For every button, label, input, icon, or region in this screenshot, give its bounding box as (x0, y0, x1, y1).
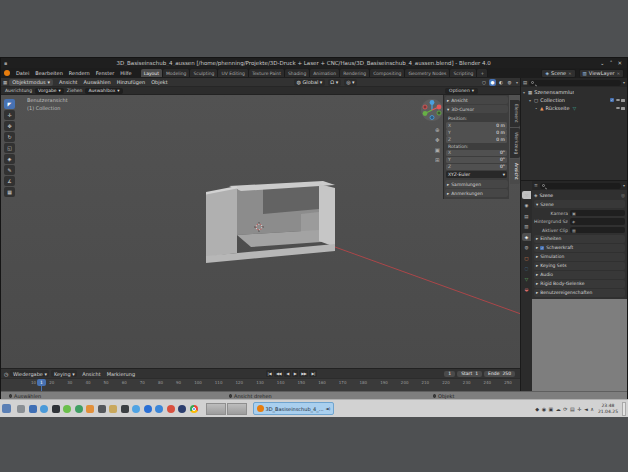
app-menu-icon[interactable] (2, 404, 11, 413)
workspace-tab[interactable]: Compositing (370, 69, 405, 77)
properties-search-input[interactable] (540, 183, 621, 189)
taskbar-app-icon[interactable] (155, 405, 163, 413)
outliner-row-collection[interactable]: ▾ ▢ Collection ✓ (521, 96, 627, 104)
gizmo-x-neg[interactable] (423, 105, 427, 109)
properties-tab[interactable]: ◉ (522, 202, 531, 210)
close-button[interactable]: ✕ (617, 60, 622, 66)
outliner-row-object[interactable]: • ▲ Rückseite ▽ (521, 104, 627, 112)
timeline-menu-item[interactable]: Markierung (104, 371, 138, 377)
workspace-tab[interactable]: Geometry Nodes (405, 69, 450, 77)
window-titlebar[interactable]: ▪ 3D_Basiseinschub_4_aussen [/home/phenn… (1, 58, 627, 68)
tray-icon[interactable]: ⟳ (563, 406, 567, 412)
number-field[interactable]: X 0° (446, 150, 507, 157)
workspace-tab[interactable]: Animation (310, 69, 340, 77)
frame-end-field[interactable]: Ende 250 (484, 371, 515, 377)
taskbar-app-icon[interactable] (17, 405, 25, 413)
properties-tab[interactable]: ◒ (522, 286, 531, 294)
viewport-menu-item[interactable]: Hinzufügen (114, 79, 148, 85)
gizmo-z-axis[interactable] (430, 100, 435, 105)
number-field[interactable]: Z 0° (446, 164, 507, 171)
workspace-tab[interactable]: + (477, 69, 488, 77)
workspace-tab[interactable]: Sculpting (190, 69, 218, 77)
gizmo-y-axis[interactable] (423, 111, 428, 116)
workspace-tab[interactable]: Texture Paint (249, 69, 285, 77)
editor-type-icon[interactable]: ▦ (3, 80, 7, 85)
panel-view-header[interactable]: ▸ Ansicht (445, 96, 508, 104)
taskbar-app-icon[interactable] (167, 405, 175, 413)
viewport-canvas[interactable]: Benutzeransicht (1) Collection ◤✛✥↻◱◈✎∡▦ (1, 95, 520, 368)
snap-dropdown[interactable]: Ω ▾ (328, 79, 341, 86)
orientation-dropdown[interactable]: ◍ Global ▾ (294, 79, 325, 86)
workspace-tab[interactable]: Shading (285, 69, 310, 77)
properties-tab[interactable]: ⚒ (522, 191, 531, 199)
properties-tab[interactable]: ◌ (522, 265, 531, 273)
sidebar-tab[interactable]: Werkzeug (510, 128, 520, 158)
taskbar-app-icon[interactable] (190, 405, 198, 413)
panel-header[interactable]: ▸ Keying Sets (534, 262, 625, 270)
unlink-scene-icon[interactable]: ✕ (568, 71, 571, 76)
panel-header[interactable]: ▸ Audio (534, 271, 625, 279)
frame-start-field[interactable]: Start 1 (457, 371, 482, 377)
maximize-button[interactable]: ˄ (610, 60, 613, 66)
outliner-editor-icon[interactable]: ▤ (523, 80, 527, 85)
tool-button[interactable]: ∡ (4, 176, 15, 186)
tool-button[interactable]: ◤ (4, 99, 15, 109)
timeline-editor-icon[interactable]: ◷ (4, 371, 8, 377)
scene-panel-header[interactable]: ▾ Szene (534, 200, 625, 208)
panel-header[interactable]: ▸ Simulation (534, 253, 625, 261)
gizmo-z-neg[interactable] (430, 116, 434, 120)
panel-3d-cursor-header[interactable]: ▾ 3D-Cursor (445, 105, 508, 113)
number-field[interactable]: Z 0 m (446, 136, 507, 143)
menu-item[interactable]: Hilfe (117, 69, 134, 77)
viewport-menu-item[interactable]: Auswählen (81, 79, 114, 85)
tray-icon[interactable]: ◉ (542, 406, 546, 412)
number-field[interactable]: X 0 m (446, 122, 507, 129)
remove-viewlayer-icon[interactable]: ✕ (617, 71, 620, 76)
tool-button[interactable]: ✥ (4, 121, 15, 131)
active-task-button[interactable]: 3D_Basiseinschub_4_... ◄) (253, 402, 335, 415)
properties-tab[interactable]: ▽ (522, 275, 531, 283)
navigation-gizmo[interactable] (420, 98, 444, 122)
properties-tab[interactable]: ▢ (522, 254, 531, 262)
menu-item[interactable]: Datei (13, 69, 32, 77)
panel-header[interactable]: ▸ Einheiten (534, 235, 625, 243)
panel-header[interactable]: ▸ Rigid Body-Gelenke (534, 280, 625, 288)
field-input[interactable]: ◈ (570, 218, 625, 225)
shading-dropdown-icon[interactable]: ▾ (516, 80, 518, 85)
playback-button[interactable]: ▶▶ (299, 370, 308, 377)
view-control-icon[interactable]: ▣ (435, 147, 440, 153)
shading-mode-button[interactable]: ◐ (497, 79, 504, 86)
hide-eye-icon[interactable] (616, 107, 620, 110)
taskbar-clock[interactable]: 23:48 21.04.25 (598, 403, 618, 413)
shading-mode-button[interactable]: ○ (480, 79, 487, 86)
exclude-checkbox[interactable]: ✓ (610, 98, 614, 102)
taskbar-app-icon[interactable] (75, 405, 83, 413)
taskbar-app-icon[interactable] (144, 405, 152, 413)
workspace-tab[interactable]: UV Editing (218, 69, 248, 77)
tray-icon[interactable]: ◆ (535, 406, 539, 412)
taskbar-app-icon[interactable] (109, 405, 117, 413)
panel-collections-header[interactable]: ▸ Sammlungen (445, 180, 508, 188)
taskbar-app-icon[interactable] (86, 405, 94, 413)
workspace-tab[interactable]: Rendering (340, 69, 370, 77)
mode-dropdown[interactable]: Objektmodus ▾ (9, 79, 53, 86)
menu-item[interactable]: Rendern (66, 69, 93, 77)
current-frame-field[interactable]: 1 (444, 371, 455, 377)
panel-annotations-header[interactable]: ▸ Anmerkungen (445, 189, 508, 197)
tray-icon[interactable]: ✛ (577, 406, 581, 412)
gizmo-y-neg[interactable] (437, 111, 441, 115)
properties-editor-icon[interactable]: ≡ (534, 183, 538, 188)
minimize-button[interactable]: ⌄ (600, 60, 605, 66)
sidebar-tab[interactable]: Ansicht (510, 159, 520, 184)
timeline-ruler[interactable]: 1020304050607080901001101201301401501601… (1, 378, 520, 391)
playback-button[interactable]: ◀ (284, 370, 291, 377)
properties-tab[interactable]: ▤ (522, 212, 531, 220)
shading-mode-button[interactable]: ◍ (506, 79, 513, 86)
tray-icon[interactable]: ▣ (549, 406, 554, 412)
hide-eye-icon[interactable] (616, 99, 620, 102)
taskbar-app-icon[interactable] (63, 405, 71, 413)
tool-button[interactable]: ◈ (4, 154, 15, 164)
orientation-preset-dropdown[interactable]: Vorgabe ▾ (35, 88, 64, 94)
playback-button[interactable]: |◀ (266, 370, 273, 377)
proportional-edit-dropdown[interactable]: ◎ ▾ (344, 79, 357, 86)
